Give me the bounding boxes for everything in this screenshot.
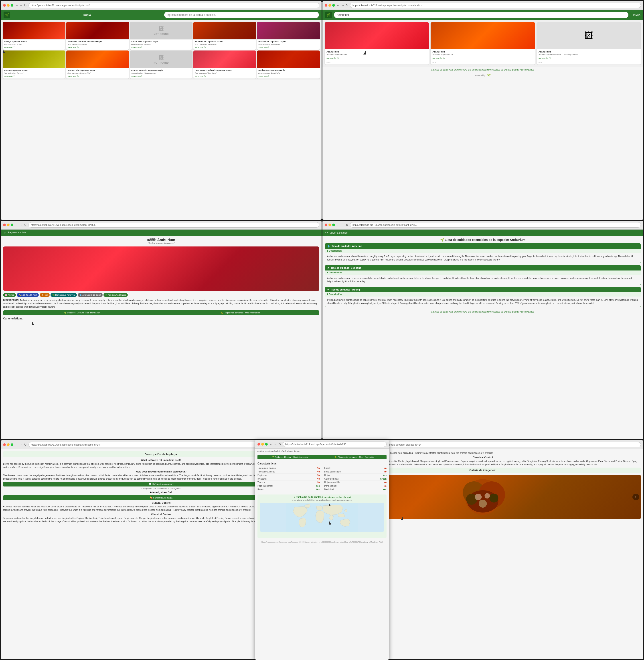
sunlight-label: Tipo de cuidado: Sunlight — [331, 266, 361, 269]
dot-max-4[interactable] — [332, 223, 335, 226]
plant-title-7: Autumn Fire Japanese Maple — [66, 68, 129, 72]
dot-close-5[interactable] — [3, 443, 6, 446]
browser-dots-2 — [325, 4, 335, 7]
browser-url-2[interactable]: https://plantsdb-bia711.web.app/species-… — [350, 3, 641, 8]
tag-watering: 💧 Average (7-10 Days) — [78, 293, 102, 297]
saber-mas-6[interactable]: Saber mas ⓘ — [3, 75, 65, 78]
dot-max-1[interactable] — [11, 4, 13, 7]
browser-url-6[interactable]: https://plantsdb-bia711.web.app/specie-d… — [350, 442, 641, 447]
nav-forward-5[interactable]: → — [20, 443, 23, 446]
care-content-4: 🌱 Lista de cuidados esenciales de la esp… — [322, 236, 643, 317]
back-btn-3[interactable]: Regresar a la lista — [8, 231, 26, 234]
plant-title-10: Beni Otake Japanese Maple — [257, 68, 320, 72]
dot-min-3[interactable] — [7, 223, 9, 226]
dot-close-3[interactable] — [3, 223, 6, 226]
nav-refresh-4[interactable]: ↻ — [346, 223, 348, 227]
result-saber-mas-2[interactable]: Saber más ⓘ — [431, 56, 535, 61]
nav-back-4[interactable]: ← — [337, 223, 340, 227]
nav-refresh-7[interactable]: ↻ — [278, 443, 281, 446]
dot-min-2[interactable] — [328, 4, 331, 7]
dot-close-7[interactable] — [257, 443, 260, 446]
back-btn-4[interactable]: Volver a detalles — [329, 231, 348, 234]
saber-mas-5[interactable]: Saber mas ⓘ — [257, 46, 320, 50]
result-id-1: #855 — [325, 61, 429, 65]
dot-max-5[interactable] — [11, 443, 13, 446]
saber-mas-10[interactable]: Saber mas ⓘ — [257, 75, 320, 78]
nav-back-1[interactable]: ← — [15, 4, 18, 7]
char-cocina-value: No — [384, 485, 387, 487]
care-card-pruning-subheader: ℹ Descripción — [325, 292, 641, 297]
search-input-2[interactable] — [334, 12, 628, 18]
care-header-4: ↩ Volver a detalles — [322, 230, 643, 236]
dot-max-7[interactable] — [265, 443, 268, 446]
char-cocina-label: Para cocina: — [324, 485, 337, 487]
saber-mas-4[interactable]: Saber mas ⓘ — [193, 46, 256, 50]
dot-close-1[interactable] — [3, 4, 6, 7]
gallery-next-btn[interactable]: › — [632, 494, 639, 500]
nav-refresh-5[interactable]: ↻ — [24, 443, 27, 446]
care-card-watering: 💧 Tipo de cuidado: Watering ℹ Descripció… — [325, 243, 641, 263]
home-title-1: Inicio — [13, 13, 162, 17]
back-icon-3: ↩ — [4, 231, 6, 234]
browser-url-3[interactable]: https://plantsdb-bia711.web.app/specie-d… — [28, 222, 319, 228]
nav-forward-2[interactable]: → — [341, 4, 344, 7]
plant-subtitle-8: Acer palmatum 'Atropurpureum' — [130, 72, 193, 75]
action-btn-pests-3[interactable]: 🐛 Plagas más comunes: Mas información — [161, 310, 319, 315]
p7-pests-btn[interactable]: 🐛 Plagas más comunes: Mas información — [322, 455, 387, 459]
result-img-2 — [431, 22, 535, 49]
nav-refresh-2[interactable]: ↻ — [346, 4, 348, 7]
char-hoja-comestible: Hoja comestible: No — [324, 481, 387, 484]
dot-close-4[interactable] — [325, 223, 327, 226]
dot-close-2[interactable] — [325, 4, 327, 7]
not-found-icon-1: 🖼 — [158, 26, 164, 32]
saber-mas-8[interactable]: Saber mas ⓘ — [130, 75, 193, 78]
char-espinosa-label: Espinosa: — [257, 474, 267, 476]
tags-row-3: 🌸 Flower 📏 1.00 To 1.50 Feet ⬆ High 🌿 He… — [3, 293, 319, 297]
nav-forward-7[interactable]: → — [274, 443, 277, 446]
saber-mas-2[interactable]: Saber mas ⓘ — [66, 46, 129, 50]
nav-refresh-3[interactable]: ↻ — [24, 223, 27, 227]
saber-mas-3[interactable]: Saber mas ⓘ — [130, 46, 193, 50]
browser-dots-7 — [257, 443, 268, 446]
saber-mas-1[interactable]: Saber mas ⓘ — [3, 46, 65, 50]
plant-card-5: Purple-Leaf Japanese Maple* Acer palmatu… — [257, 22, 320, 50]
dot-max-3[interactable] — [11, 223, 13, 226]
browser-url-7[interactable]: https://plantsdb-bia711.web.app/specie-d… — [283, 442, 387, 447]
nav-forward-3[interactable]: → — [20, 223, 23, 227]
dot-min-1[interactable] — [7, 4, 9, 7]
pruning-label: Tipo de cuidado: Pruning — [330, 288, 360, 291]
desc-text-3: Anthurium andraeanum is an amazing plant… — [3, 299, 317, 308]
action-btn-care-3[interactable]: 🌱 Cuidados: Medium Mas información — [3, 310, 161, 315]
nav-forward-4[interactable]: → — [341, 223, 344, 227]
nav-back-2[interactable]: ← — [337, 4, 340, 7]
char-fruta-label: Fruta comestible: — [324, 470, 341, 473]
nav-back-7[interactable]: ← — [270, 443, 273, 446]
dot-min-7[interactable] — [261, 443, 264, 446]
results-grid-2: Anthurium Anthurium andraeanum Saber más… — [322, 20, 643, 67]
result-saber-mas-1[interactable]: Saber más ⓘ — [325, 56, 429, 61]
nav-back-5[interactable]: ← — [15, 443, 18, 446]
plant-title-6: Aureum Japanese Maple* — [3, 68, 65, 72]
nav-refresh-1[interactable]: ↻ — [24, 4, 27, 7]
saber-mas-9[interactable]: Saber mas ⓘ — [193, 75, 256, 78]
dot-min-4[interactable] — [328, 223, 331, 226]
p7-care-btn[interactable]: 🌱 Cuidados: Medium Mas información — [257, 455, 322, 459]
dot-max-2[interactable] — [332, 4, 335, 7]
tag-flower: 🌸 Flower — [3, 293, 16, 297]
result-saber-mas-3[interactable]: Saber más ⓘ — [537, 56, 641, 61]
search-input-1[interactable] — [164, 12, 319, 18]
char-interiores-value: Yes — [316, 485, 320, 487]
care-title-4: 🌱 Lista de cuidados esenciales de la esp… — [325, 238, 641, 241]
char-hojas-label: Hojas: — [324, 474, 330, 476]
char-frutal-label: Frutal: — [324, 467, 330, 469]
characteristics-section-7: Características: Tolerante a sequia: No … — [255, 461, 389, 493]
char-tropical-label: Tropical: — [257, 481, 266, 484]
saber-mas-7[interactable]: Saber mas ⓘ — [66, 75, 129, 78]
care-footer-tagline: - La base de datos más grande sobre una … — [325, 309, 641, 315]
rusticity-link-7[interactable]: Si no saio que es, haz clic aqui — [322, 496, 351, 498]
browser-url-4[interactable]: https://plantsdb-bia711.web.app/specie-d… — [350, 222, 641, 228]
nav-forward-1[interactable]: → — [20, 4, 23, 7]
dot-min-5[interactable] — [7, 443, 9, 446]
browser-url-1[interactable]: https://plantsdb-bia711.web.app/species-… — [28, 3, 319, 8]
nav-back-3[interactable]: ← — [15, 223, 18, 227]
